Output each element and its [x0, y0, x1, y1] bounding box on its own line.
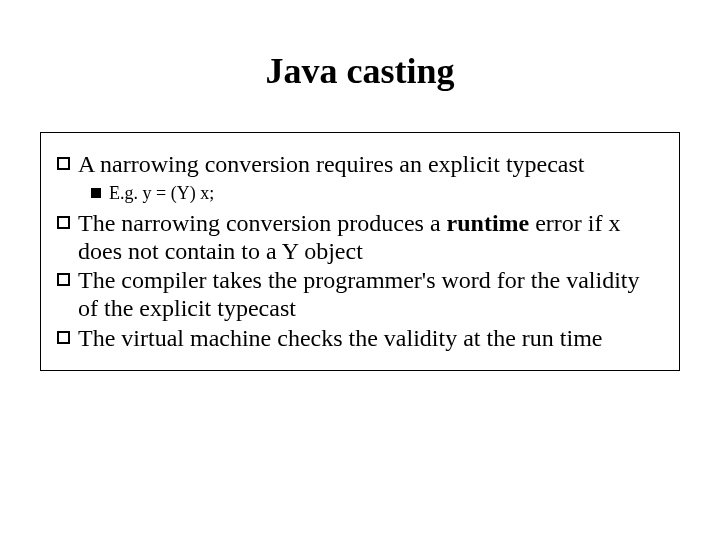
list-item-text: A narrowing conversion requires an expli… — [78, 151, 663, 179]
list-subitem-text: E.g. y = (Y) x; — [109, 183, 663, 205]
list-item: The virtual machine checks the validity … — [57, 325, 663, 353]
slide-title: Java casting — [40, 50, 680, 92]
slide: Java casting A narrowing conversion requ… — [0, 0, 720, 540]
text-fragment: The narrowing conversion produces a — [78, 210, 447, 236]
hollow-square-icon — [57, 331, 70, 344]
list-subitem: E.g. y = (Y) x; — [91, 183, 663, 205]
solid-square-icon — [91, 188, 101, 198]
list-item: The compiler takes the programmer's word… — [57, 267, 663, 322]
content-box: A narrowing conversion requires an expli… — [40, 132, 680, 371]
bold-text: runtime — [447, 210, 530, 236]
list-item-text: The narrowing conversion produces a runt… — [78, 210, 663, 265]
list-item: A narrowing conversion requires an expli… — [57, 151, 663, 179]
hollow-square-icon — [57, 216, 70, 229]
list-item-text: The virtual machine checks the validity … — [78, 325, 663, 353]
list-item-text: The compiler takes the programmer's word… — [78, 267, 663, 322]
hollow-square-icon — [57, 273, 70, 286]
hollow-square-icon — [57, 157, 70, 170]
list-item: The narrowing conversion produces a runt… — [57, 210, 663, 265]
